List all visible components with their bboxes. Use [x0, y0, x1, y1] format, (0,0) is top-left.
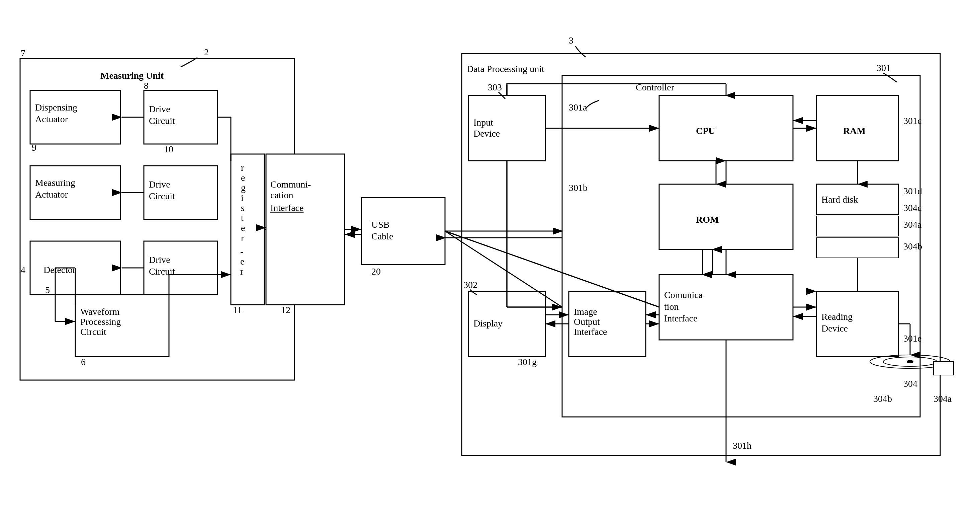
usb-cable-label: USB: [371, 219, 390, 230]
ref-7: 7: [21, 48, 25, 58]
ref-10: 10: [164, 144, 173, 154]
svg-text:tion: tion: [664, 302, 679, 312]
drive-circuit-1-label: Drive: [149, 104, 170, 114]
ref-301b: 301b: [569, 182, 587, 193]
svg-text:Processing: Processing: [80, 316, 121, 327]
detector-label: Detector: [43, 265, 76, 275]
ref-304c: 304c: [904, 203, 921, 213]
ref-303: 303: [488, 82, 502, 93]
ram-label: RAM: [843, 126, 865, 136]
diagram-container: Measuring Unit 2 7 Dispensing Actuator 9…: [0, 0, 980, 509]
display-label: Display: [473, 318, 503, 329]
dpu-label: Data Processing unit: [467, 64, 544, 74]
waveform-processing-label: Waveform: [80, 306, 120, 317]
svg-text:Interface: Interface: [270, 203, 304, 213]
ref-301c: 301c: [904, 115, 921, 126]
ref-4: 4: [21, 265, 25, 275]
rom-label: ROM: [696, 214, 719, 225]
ref-20: 20: [371, 266, 381, 277]
ref-301a: 301a: [569, 102, 587, 113]
svg-text:s: s: [241, 203, 245, 213]
rom-box: [659, 184, 793, 249]
svg-text:r: r: [241, 233, 244, 243]
ref-3: 3: [569, 35, 573, 46]
svg-text:t: t: [241, 213, 243, 223]
ref-301d: 301d: [904, 186, 922, 196]
ref-301h: 301h: [733, 440, 751, 451]
svg-text:Output: Output: [574, 316, 600, 327]
svg-text:Device: Device: [821, 323, 848, 333]
cpu-box: [659, 96, 793, 161]
ref-304b-ext: 304b: [873, 394, 892, 404]
measuring-actuator-label: Measuring: [35, 177, 75, 188]
ref-304: 304: [904, 378, 918, 389]
disk-center: [907, 360, 913, 363]
svg-text:Circuit: Circuit: [149, 191, 175, 201]
register-box: [231, 154, 264, 305]
svg-text:cation: cation: [270, 190, 293, 200]
comm-interface-mu-label: Communi-: [270, 179, 311, 190]
register-label: r: [241, 163, 244, 173]
ref-12: 12: [281, 305, 290, 315]
ref-6: 6: [81, 357, 86, 367]
svg-text:g: g: [241, 182, 246, 193]
disk-body: [934, 362, 954, 375]
ref-8: 8: [144, 80, 148, 91]
comm-interface-dpu-box: [659, 274, 793, 340]
hd-slot-1: [816, 216, 898, 236]
ref-5: 5: [45, 285, 50, 295]
hd-slot-2: [816, 238, 898, 258]
comm-interface-dpu-label-1: Comunica-: [664, 290, 706, 300]
svg-text:Interface: Interface: [664, 313, 697, 324]
svg-text:Actuator: Actuator: [35, 189, 68, 199]
svg-text:Circuit: Circuit: [80, 327, 107, 337]
ref-9: 9: [32, 142, 37, 153]
svg-text:Device: Device: [473, 128, 500, 139]
hard-disk-label: Hard disk: [821, 194, 858, 204]
cpu-label: CPU: [696, 126, 715, 136]
drive-circuit-3-label: Drive: [149, 254, 170, 265]
input-device-label: Input: [473, 117, 493, 128]
comm-interface-mu-box: [266, 154, 345, 305]
svg-text:Cable: Cable: [371, 231, 393, 241]
ref-304b-1: 304b: [904, 241, 922, 252]
controller-label: Controller: [636, 82, 675, 93]
reading-device-label: Reading: [821, 311, 853, 322]
ref-11: 11: [233, 305, 242, 315]
ref-302: 302: [463, 279, 477, 290]
ref-301g: 301g: [518, 357, 537, 367]
svg-text:e: e: [241, 223, 245, 233]
ref-301e: 301e: [904, 333, 921, 343]
svg-text:Interface: Interface: [574, 327, 607, 337]
svg-text:e: e: [240, 256, 244, 266]
ref-301: 301: [877, 62, 891, 73]
ref-304a-ext: 304a: [934, 394, 952, 404]
dispensing-actuator-label: Dispensing: [35, 102, 77, 113]
svg-text:r: r: [240, 266, 243, 277]
measuring-unit-label: Measuring Unit: [100, 70, 164, 81]
drive-circuit-2-label: Drive: [149, 179, 170, 190]
svg-text:-: -: [240, 246, 243, 257]
ref-2: 2: [204, 47, 209, 57]
image-output-label-1: Image: [574, 306, 597, 317]
svg-text:e: e: [241, 172, 245, 183]
svg-text:i: i: [241, 193, 243, 203]
ref-304a-1: 304a: [904, 219, 922, 230]
svg-text:Circuit: Circuit: [149, 115, 175, 126]
svg-text:Actuator: Actuator: [35, 114, 68, 124]
